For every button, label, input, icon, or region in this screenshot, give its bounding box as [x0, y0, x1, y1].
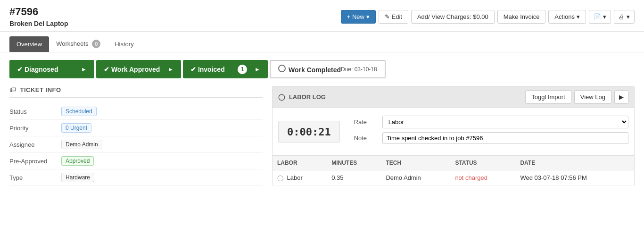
play-icon: ▶	[619, 93, 624, 101]
status-cell: not charged	[450, 170, 515, 185]
type-label: Type	[9, 174, 61, 181]
clock-icon: ◯	[278, 93, 285, 101]
actions-dropdown-icon: ▾	[577, 13, 580, 20]
col-minutes: MINUTES	[327, 156, 381, 170]
diagnosed-check: ✔ Diagnosed	[17, 66, 58, 73]
type-value: Hardware	[61, 173, 94, 182]
labor-table: LABOR MINUTES TECH STATUS DATE ◯ Labor 0…	[272, 156, 635, 185]
date-cell: Wed 03-07-18 07:56 PM	[515, 170, 634, 185]
priority-value: 0 Urgent	[61, 123, 91, 133]
invoice-label: Make Invoice	[504, 13, 540, 20]
col-tech: TECH	[381, 156, 450, 170]
status-label: Status	[9, 108, 61, 115]
row-clock-icon: ◯	[277, 175, 283, 181]
rate-select[interactable]: Labor	[382, 116, 628, 128]
main-content: 🏷 TICKET INFO Status Scheduled Priority …	[0, 86, 644, 195]
print-arrow: ▾	[627, 13, 630, 20]
col-status: STATUS	[450, 156, 515, 170]
tag-icon: 🏷	[9, 86, 17, 93]
title-area: #7596 Broken Del Laptop	[9, 6, 68, 27]
timer-display: 0:00:21	[278, 121, 340, 143]
col-labor: LABOR	[272, 156, 327, 170]
assignee-label: Assignee	[9, 141, 61, 148]
export-icon: 📄	[594, 13, 601, 20]
labor-cell: ◯ Labor	[272, 170, 327, 185]
status-value: Scheduled	[61, 107, 97, 116]
note-row: Note	[354, 132, 628, 144]
invoiced-check: ✔ Invoiced	[190, 66, 225, 73]
invoiced-badge: 1	[238, 65, 247, 74]
table-header-row: LABOR MINUTES TECH STATUS DATE	[272, 156, 634, 170]
ticket-info-title: 🏷 TICKET INFO	[9, 86, 263, 98]
work-approved-check: ✔ Work Approved	[104, 66, 160, 73]
new-button[interactable]: + New ▾	[341, 10, 376, 24]
work-approved-arrow: ►	[168, 66, 173, 73]
timer-fields: Rate Labor Note	[354, 116, 628, 148]
labor-log-title: ◯ LABOR LOG	[278, 93, 326, 101]
type-row: Type Hardware	[9, 169, 263, 186]
rate-field-label: Rate	[354, 118, 382, 126]
work-completed-label: Work Completed	[278, 65, 341, 74]
print-button[interactable]: 🖨▾	[614, 10, 635, 24]
pre-approved-value: Approved	[61, 156, 94, 166]
pre-approved-row: Pre-Approved Approved	[9, 153, 263, 169]
new-label: + New	[347, 13, 364, 20]
assignee-value: Demo Admin	[61, 140, 102, 149]
ticket-info-label: TICKET INFO	[20, 86, 61, 93]
work-completed-circle	[278, 65, 286, 72]
edit-label: ✎ Edit	[385, 13, 402, 20]
assignee-row: Assignee Demo Admin	[9, 136, 263, 153]
labor-log-actions: Toggl Import View Log ▶	[525, 90, 628, 104]
labor-log-panel: ◯ LABOR LOG Toggl Import View Log ▶ 0:00…	[272, 86, 635, 186]
status-work-completed[interactable]: Work Completed Due: 03-10-18	[270, 60, 386, 78]
actions-button[interactable]: Actions ▾	[548, 10, 586, 24]
invoiced-arrow: ►	[255, 66, 260, 73]
tech-cell: Demo Admin	[381, 170, 450, 185]
status-work-approved[interactable]: ✔ Work Approved ►	[96, 60, 181, 78]
view-log-button[interactable]: View Log	[574, 90, 611, 104]
work-completed-due: Due: 03-10-18	[341, 66, 377, 73]
priority-label: Priority	[9, 125, 61, 132]
tab-history[interactable]: History	[107, 36, 140, 52]
tab-worksheets[interactable]: Worksheets 0	[49, 35, 107, 52]
ticket-title: Broken Del Laptop	[9, 20, 68, 27]
charges-button[interactable]: Add/ View Charges: $0.00	[411, 10, 495, 24]
export-button[interactable]: 📄▾	[589, 10, 611, 24]
new-dropdown-icon: ▾	[366, 13, 370, 20]
status-diagnosed[interactable]: ✔ Diagnosed ►	[9, 60, 94, 78]
export-arrow: ▾	[603, 13, 606, 20]
toolbar: + New ▾ ✎ Edit Add/ View Charges: $0.00 …	[341, 10, 635, 24]
pre-approved-label: Pre-Approved	[9, 158, 61, 165]
play-button[interactable]: ▶	[614, 90, 628, 104]
status-bar: ✔ Diagnosed ► ✔ Work Approved ► ✔ Invoic…	[0, 52, 644, 86]
ticket-info-panel: 🏷 TICKET INFO Status Scheduled Priority …	[9, 86, 272, 186]
actions-label: Actions	[554, 13, 575, 20]
edit-button[interactable]: ✎ Edit	[379, 10, 408, 24]
toggl-import-button[interactable]: Toggl Import	[525, 90, 571, 104]
col-date: DATE	[515, 156, 634, 170]
note-input[interactable]	[382, 132, 628, 144]
table-row: ◯ Labor 0.35 Demo Admin not charged Wed …	[272, 170, 634, 185]
note-field-label: Note	[354, 135, 382, 142]
ticket-number: #7596	[9, 6, 68, 18]
worksheets-badge: 0	[92, 40, 100, 48]
priority-row: Priority 0 Urgent	[9, 120, 263, 136]
tabs-bar: Overview Worksheets 0 History	[0, 35, 644, 52]
top-header: #7596 Broken Del Laptop + New ▾ ✎ Edit A…	[0, 0, 644, 32]
charges-label: Add/ View Charges: $0.00	[417, 13, 488, 20]
diagnosed-arrow: ►	[81, 66, 87, 73]
view-log-label: View Log	[580, 93, 605, 101]
toggl-import-label: Toggl Import	[531, 93, 565, 101]
status-invoiced[interactable]: ✔ Invoiced 1 ►	[183, 60, 268, 78]
labor-log-label: LABOR LOG	[289, 93, 326, 101]
status-row: Status Scheduled	[9, 103, 263, 120]
labor-log-header: ◯ LABOR LOG Toggl Import View Log ▶	[272, 86, 635, 108]
timer-section: 0:00:21 Rate Labor Note	[272, 108, 635, 156]
tab-overview[interactable]: Overview	[9, 36, 49, 52]
labor-value: Labor	[287, 174, 303, 181]
print-icon: 🖨	[619, 13, 625, 20]
minutes-cell: 0.35	[327, 170, 381, 185]
make-invoice-button[interactable]: Make Invoice	[497, 10, 546, 24]
rate-row: Rate Labor	[354, 116, 628, 128]
